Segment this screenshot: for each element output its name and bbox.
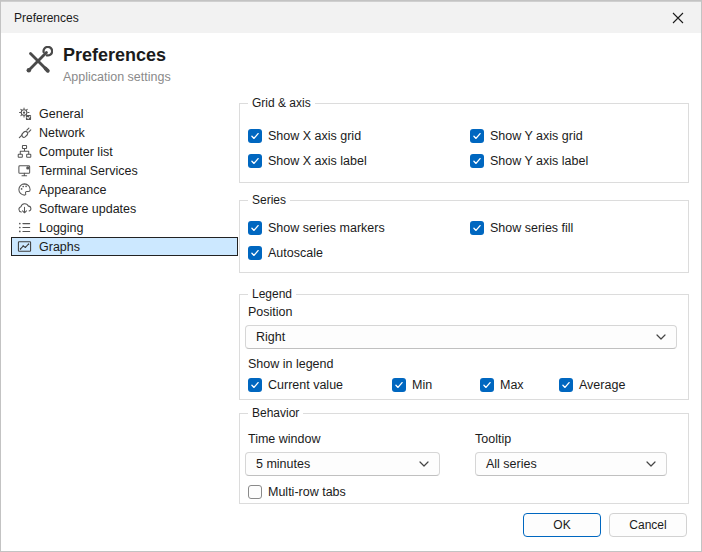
- titlebar: Preferences: [1, 1, 701, 33]
- checkbox-box: [248, 378, 262, 392]
- checkbox-label: Show series markers: [268, 221, 385, 235]
- position-label: Position: [248, 305, 292, 319]
- checkbox-show-x-axis-grid[interactable]: Show X axis grid: [248, 128, 361, 144]
- checkbox-max[interactable]: Max: [480, 377, 524, 393]
- checkbox-label: Show X axis label: [268, 154, 367, 168]
- sidebar-item-appearance[interactable]: Appearance: [11, 180, 238, 199]
- checkbox-multi-row-tabs[interactable]: Multi-row tabs: [248, 484, 346, 500]
- checkbox-box: [248, 485, 262, 499]
- checkbox-box: [248, 154, 262, 168]
- gear-check-icon: [16, 106, 32, 122]
- chevron-down-icon: [646, 461, 656, 467]
- checkbox-box: [480, 378, 494, 392]
- checkbox-label: Current value: [268, 378, 343, 392]
- close-icon: [672, 12, 684, 24]
- checkbox-label: Show Y axis label: [490, 154, 588, 168]
- sidebar-item-label: Computer list: [39, 145, 113, 159]
- legend-position-select[interactable]: Right: [245, 325, 677, 349]
- terminal-monitor-icon: [16, 163, 32, 179]
- sidebar-item-computer-list[interactable]: Computer list: [11, 142, 238, 161]
- checkbox-box: [392, 378, 406, 392]
- chevron-down-icon: [656, 334, 666, 340]
- sidebar-item-general[interactable]: General: [11, 104, 238, 123]
- checkbox-box: [248, 129, 262, 143]
- checkbox-label: Average: [579, 378, 625, 392]
- checkbox-box: [248, 246, 262, 260]
- preferences-dialog: Preferences Preferences Application sett…: [0, 0, 702, 552]
- chevron-down-icon: [419, 461, 429, 467]
- sidebar-item-label: Logging: [39, 221, 84, 235]
- sidebar-item-network[interactable]: Network: [11, 123, 238, 142]
- checkbox-label: Min: [412, 378, 432, 392]
- show-in-legend-label: Show in legend: [248, 357, 333, 371]
- sidebar-item-label: Software updates: [39, 202, 136, 216]
- titlebar-title: Preferences: [14, 11, 79, 25]
- checkbox-label: Multi-row tabs: [268, 485, 346, 499]
- sidebar-item-label: Graphs: [39, 240, 80, 254]
- checkbox-show-y-axis-label[interactable]: Show Y axis label: [470, 153, 588, 169]
- checkbox-box: [559, 378, 573, 392]
- tooltip-select[interactable]: All series: [475, 452, 667, 476]
- sidebar-item-terminal-services[interactable]: Terminal Services: [11, 161, 238, 180]
- checkbox-label: Show Y axis grid: [490, 129, 583, 143]
- checkbox-show-series-fill[interactable]: Show series fill: [470, 220, 573, 236]
- graphs-chart-icon: [16, 239, 32, 255]
- group-grid-axis: Grid & axis Show X axis grid Show Y axis…: [239, 103, 689, 183]
- page-title: Preferences: [63, 45, 166, 66]
- checkbox-box: [470, 221, 484, 235]
- sidebar-item-software-updates[interactable]: Software updates: [11, 199, 238, 218]
- checkbox-label: Autoscale: [268, 246, 323, 260]
- checkbox-box: [470, 154, 484, 168]
- checkbox-box: [248, 221, 262, 235]
- checkbox-average[interactable]: Average: [559, 377, 625, 393]
- selected-value: All series: [486, 457, 537, 471]
- checkbox-label: Max: [500, 378, 524, 392]
- group-series: Series Show series markers Show series f…: [239, 200, 689, 273]
- checkbox-label: Show X axis grid: [268, 129, 361, 143]
- selected-value: Right: [256, 330, 285, 344]
- cloud-download-icon: [16, 201, 32, 217]
- group-title: Behavior: [248, 406, 303, 420]
- sidebar-item-label: Terminal Services: [39, 164, 138, 178]
- checkbox-show-y-axis-grid[interactable]: Show Y axis grid: [470, 128, 583, 144]
- group-legend: Legend Position Right Show in legend Cur…: [239, 294, 689, 400]
- group-title: Series: [248, 193, 290, 207]
- tools-icon: [23, 46, 53, 76]
- checkbox-autoscale[interactable]: Autoscale: [248, 245, 323, 261]
- sidebar-item-logging[interactable]: Logging: [11, 218, 238, 237]
- sidebar-item-label: General: [39, 107, 83, 121]
- group-behavior: Behavior Time window Tooltip 5 minutes A…: [239, 413, 689, 504]
- checkbox-min[interactable]: Min: [392, 377, 432, 393]
- close-button[interactable]: [655, 2, 701, 34]
- tooltip-label: Tooltip: [475, 432, 511, 446]
- checkbox-show-series-markers[interactable]: Show series markers: [248, 220, 385, 236]
- page-subtitle: Application settings: [63, 70, 171, 84]
- checkbox-label: Show series fill: [490, 221, 573, 235]
- checkbox-current-value[interactable]: Current value: [248, 377, 343, 393]
- checkbox-box: [470, 129, 484, 143]
- sidebar-item-graphs[interactable]: Graphs: [11, 237, 238, 256]
- sidebar-item-label: Network: [39, 126, 85, 140]
- logging-list-icon: [16, 220, 32, 236]
- network-plug-icon: [16, 125, 32, 141]
- group-title: Grid & axis: [248, 96, 315, 110]
- computer-tree-icon: [16, 144, 32, 160]
- sidebar: General Network Computer li: [11, 104, 238, 256]
- time-window-select[interactable]: 5 minutes: [245, 452, 440, 476]
- group-title: Legend: [248, 287, 296, 301]
- time-window-label: Time window: [248, 432, 320, 446]
- sidebar-item-label: Appearance: [39, 183, 106, 197]
- appearance-palette-icon: [16, 182, 32, 198]
- checkbox-show-x-axis-label[interactable]: Show X axis label: [248, 153, 367, 169]
- ok-button[interactable]: OK: [523, 513, 601, 537]
- cancel-button[interactable]: Cancel: [609, 513, 687, 537]
- selected-value: 5 minutes: [256, 457, 310, 471]
